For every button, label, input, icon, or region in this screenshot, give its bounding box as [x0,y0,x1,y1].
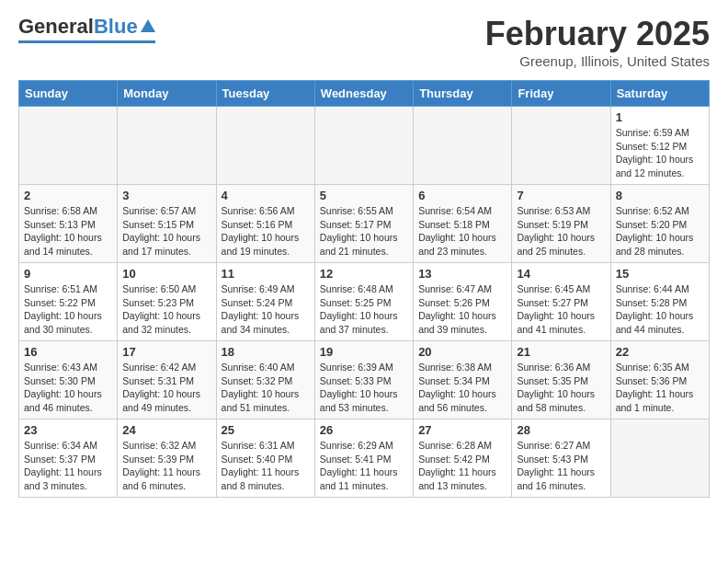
calendar-cell [512,107,610,185]
day-info: Sunrise: 6:39 AM Sunset: 5:33 PM Dayligh… [320,361,408,415]
week-row-5: 23Sunrise: 6:34 AM Sunset: 5:37 PM Dayli… [19,419,710,498]
calendar: Sunday Monday Tuesday Wednesday Thursday… [18,80,710,498]
calendar-cell: 18Sunrise: 6:40 AM Sunset: 5:32 PM Dayli… [216,341,314,419]
calendar-cell: 10Sunrise: 6:50 AM Sunset: 5:23 PM Dayli… [118,263,216,341]
day-info: Sunrise: 6:55 AM Sunset: 5:17 PM Dayligh… [320,204,408,259]
day-info: Sunrise: 6:27 AM Sunset: 5:43 PM Dayligh… [517,439,605,493]
day-info: Sunrise: 6:48 AM Sunset: 5:25 PM Dayligh… [320,282,408,337]
day-number: 2 [24,189,112,202]
day-info: Sunrise: 6:45 AM Sunset: 5:27 PM Dayligh… [517,282,605,337]
day-number: 27 [418,423,506,437]
title-section: February 2025 Greenup, Illinois, United … [485,15,710,69]
day-info: Sunrise: 6:36 AM Sunset: 5:35 PM Dayligh… [517,361,605,415]
day-number: 26 [320,423,408,437]
logo: GeneralBlue [18,15,155,43]
calendar-cell: 9Sunrise: 6:51 AM Sunset: 5:22 PM Daylig… [19,263,118,341]
col-wednesday: Wednesday [314,81,413,107]
col-tuesday: Tuesday [216,81,314,107]
day-number: 15 [616,267,704,281]
day-number: 24 [122,423,210,437]
calendar-cell: 19Sunrise: 6:39 AM Sunset: 5:33 PM Dayli… [314,341,413,419]
calendar-cell: 2Sunrise: 6:58 AM Sunset: 5:13 PM Daylig… [19,185,118,263]
logo-line [18,40,155,43]
day-info: Sunrise: 6:54 AM Sunset: 5:18 PM Dayligh… [418,204,506,259]
calendar-cell: 16Sunrise: 6:43 AM Sunset: 5:30 PM Dayli… [19,341,118,419]
day-number: 5 [320,189,408,202]
day-info: Sunrise: 6:40 AM Sunset: 5:32 PM Dayligh… [222,361,310,415]
day-info: Sunrise: 6:57 AM Sunset: 5:15 PM Dayligh… [122,204,210,259]
day-number: 18 [222,345,310,359]
calendar-cell: 25Sunrise: 6:31 AM Sunset: 5:40 PM Dayli… [216,419,314,498]
day-info: Sunrise: 6:42 AM Sunset: 5:31 PM Dayligh… [122,361,210,415]
page: GeneralBlue February 2025 Greenup, Illin… [0,0,728,512]
day-number: 1 [616,110,704,124]
day-info: Sunrise: 6:50 AM Sunset: 5:23 PM Dayligh… [122,282,210,337]
day-info: Sunrise: 6:38 AM Sunset: 5:34 PM Dayligh… [418,361,506,415]
day-info: Sunrise: 6:56 AM Sunset: 5:16 PM Dayligh… [222,204,310,259]
subtitle: Greenup, Illinois, United States [485,53,710,69]
week-row-3: 9Sunrise: 6:51 AM Sunset: 5:22 PM Daylig… [19,263,710,341]
calendar-cell: 17Sunrise: 6:42 AM Sunset: 5:31 PM Dayli… [118,341,216,419]
day-info: Sunrise: 6:58 AM Sunset: 5:13 PM Dayligh… [24,204,112,259]
calendar-cell: 3Sunrise: 6:57 AM Sunset: 5:15 PM Daylig… [118,185,216,263]
calendar-cell [610,419,709,498]
calendar-cell [19,107,118,185]
day-number: 21 [517,345,605,359]
day-number: 3 [122,189,210,202]
calendar-cell [314,107,413,185]
calendar-header-row: Sunday Monday Tuesday Wednesday Thursday… [19,81,710,107]
col-saturday: Saturday [610,81,709,107]
week-row-2: 2Sunrise: 6:58 AM Sunset: 5:13 PM Daylig… [19,185,710,263]
day-number: 19 [320,345,408,359]
day-number: 7 [517,189,605,202]
calendar-cell [216,107,314,185]
day-number: 28 [517,423,605,437]
calendar-cell: 8Sunrise: 6:52 AM Sunset: 5:20 PM Daylig… [610,185,709,263]
week-row-4: 16Sunrise: 6:43 AM Sunset: 5:30 PM Dayli… [19,341,710,419]
day-info: Sunrise: 6:29 AM Sunset: 5:41 PM Dayligh… [320,439,408,493]
day-info: Sunrise: 6:28 AM Sunset: 5:42 PM Dayligh… [418,439,506,493]
day-number: 8 [616,189,704,202]
logo-blue: Blue [94,15,138,39]
day-info: Sunrise: 6:47 AM Sunset: 5:26 PM Dayligh… [418,282,506,337]
day-info: Sunrise: 6:43 AM Sunset: 5:30 PM Dayligh… [24,361,112,415]
day-info: Sunrise: 6:32 AM Sunset: 5:39 PM Dayligh… [122,439,210,493]
logo-text: GeneralBlue [18,15,155,39]
day-number: 14 [517,267,605,281]
col-thursday: Thursday [414,81,512,107]
day-number: 12 [320,267,408,281]
week-row-1: 1Sunrise: 6:59 AM Sunset: 5:12 PM Daylig… [19,107,710,185]
day-info: Sunrise: 6:53 AM Sunset: 5:19 PM Dayligh… [517,204,605,259]
day-number: 4 [222,189,310,202]
calendar-cell [118,107,216,185]
calendar-cell: 11Sunrise: 6:49 AM Sunset: 5:24 PM Dayli… [216,263,314,341]
calendar-cell: 20Sunrise: 6:38 AM Sunset: 5:34 PM Dayli… [414,341,512,419]
day-number: 23 [24,423,112,437]
day-number: 13 [418,267,506,281]
main-title: February 2025 [485,15,710,53]
calendar-cell: 21Sunrise: 6:36 AM Sunset: 5:35 PM Dayli… [512,341,610,419]
calendar-cell: 6Sunrise: 6:54 AM Sunset: 5:18 PM Daylig… [414,185,512,263]
col-sunday: Sunday [19,81,118,107]
calendar-cell: 27Sunrise: 6:28 AM Sunset: 5:42 PM Dayli… [414,419,512,498]
day-info: Sunrise: 6:51 AM Sunset: 5:22 PM Dayligh… [24,282,112,337]
day-info: Sunrise: 6:34 AM Sunset: 5:37 PM Dayligh… [24,439,112,493]
calendar-cell: 5Sunrise: 6:55 AM Sunset: 5:17 PM Daylig… [314,185,413,263]
calendar-cell: 7Sunrise: 6:53 AM Sunset: 5:19 PM Daylig… [512,185,610,263]
day-number: 11 [222,267,310,281]
calendar-cell: 14Sunrise: 6:45 AM Sunset: 5:27 PM Dayli… [512,263,610,341]
logo-triangle-icon [141,19,155,32]
calendar-cell: 24Sunrise: 6:32 AM Sunset: 5:39 PM Dayli… [118,419,216,498]
day-number: 25 [222,423,310,437]
calendar-cell: 12Sunrise: 6:48 AM Sunset: 5:25 PM Dayli… [314,263,413,341]
calendar-cell: 13Sunrise: 6:47 AM Sunset: 5:26 PM Dayli… [414,263,512,341]
logo-general: General [18,15,94,39]
day-number: 22 [616,345,704,359]
day-number: 10 [122,267,210,281]
day-number: 17 [122,345,210,359]
day-info: Sunrise: 6:59 AM Sunset: 5:12 PM Dayligh… [616,126,704,180]
day-number: 9 [24,267,112,281]
col-friday: Friday [512,81,610,107]
calendar-cell: 4Sunrise: 6:56 AM Sunset: 5:16 PM Daylig… [216,185,314,263]
day-number: 16 [24,345,112,359]
